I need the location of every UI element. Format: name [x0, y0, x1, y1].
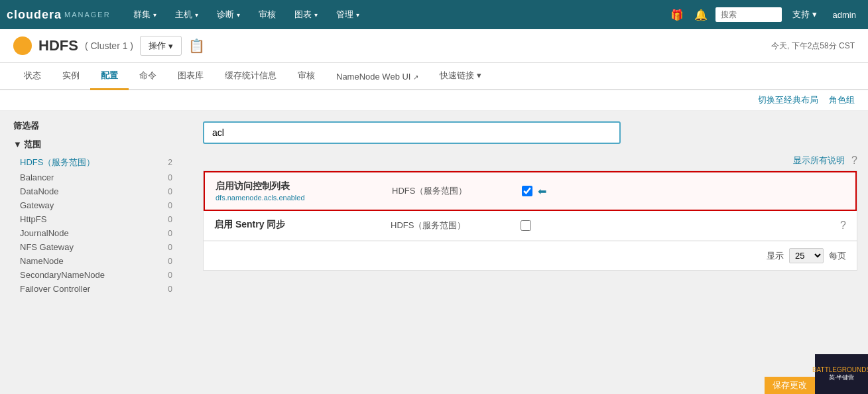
config-table: 启用访问控制列表 dfs.namenode.acls.enabled HDFS（… — [203, 170, 857, 271]
tab-charts[interactable]: 图表库 — [167, 63, 214, 90]
top-navigation: cloudera MANAGER 群集 ▾ 主机 ▾ 诊断 ▾ 审核 图表 ▾ … — [0, 0, 868, 29]
game-banner[interactable]: BATTLEGROUNDS 英·半键营 — [815, 354, 868, 376]
global-search-input[interactable] — [715, 7, 782, 22]
document-icon[interactable]: 📋 — [188, 38, 205, 54]
chevron-down-icon: ▾ — [153, 11, 156, 19]
config-row-sentry-sync: 启用 Sentry 同步 HDFS（服务范围） ? — [204, 211, 857, 241]
help-icon-row2[interactable]: ? — [840, 220, 846, 231]
service-timestamp: 今天, 下午2点58分 CST — [771, 40, 855, 52]
chevron-down-icon: ▾ — [477, 70, 481, 80]
pagination-per-page-label: 每页 — [829, 250, 846, 262]
service-cluster: ( Cluster 1 ) — [85, 40, 133, 51]
pagination-show-label: 显示 — [767, 250, 784, 262]
reset-icon-1[interactable]: ⬅ — [538, 185, 546, 198]
tab-instances[interactable]: 实例 — [52, 63, 90, 90]
sidebar-item-hdfs-service[interactable]: HDFS（服务范围） 2 — [13, 155, 179, 170]
sidebar-item-balancer[interactable]: Balancer 0 — [13, 170, 179, 184]
pagination-bar: 显示 25 50 100 每页 — [204, 241, 857, 270]
sidebar-item-gateway[interactable]: Gateway 0 — [13, 198, 179, 212]
sidebar-item-journalnode[interactable]: JournalNode 0 — [13, 226, 179, 240]
external-link-icon: ↗ — [413, 74, 418, 81]
service-status-icon — [13, 36, 32, 55]
config-checkbox-1[interactable] — [522, 186, 532, 196]
config-key-1: dfs.namenode.acls.enabled — [216, 194, 381, 202]
config-value-1: ⬅ — [522, 185, 546, 198]
tab-commands[interactable]: 命令 — [129, 63, 167, 90]
config-area: 显示所有说明 ? 启用访问控制列表 dfs.namenode.acls.enab… — [192, 111, 868, 376]
support-menu[interactable]: 支持 ▾ — [787, 9, 822, 21]
chevron-down-icon: ▾ — [812, 9, 817, 19]
switch-classic-link[interactable]: 切换至经典布局 — [758, 94, 818, 106]
nav-audit[interactable]: 审核 — [249, 0, 285, 29]
nav-menu: 群集 ▾ 主机 ▾ 诊断 ▾ 审核 图表 ▾ 管理 ▾ — [124, 0, 668, 29]
tabs-bar: 状态 实例 配置 命令 图表库 缓存统计信息 审核 NameNode Web U… — [0, 63, 868, 90]
sidebar-item-nfs-gateway[interactable]: NFS Gateway 0 — [13, 240, 179, 254]
sidebar-item-secondary-namenode[interactable]: SecondaryNameNode 0 — [13, 268, 179, 282]
chevron-down-icon: ▾ — [195, 11, 198, 19]
config-row-acls-enabled: 启用访问控制列表 dfs.namenode.acls.enabled HDFS（… — [204, 171, 857, 211]
nav-charts[interactable]: 图表 ▾ — [285, 0, 327, 29]
logo-area: cloudera MANAGER — [7, 8, 111, 22]
chevron-down-icon: ▾ — [168, 41, 173, 51]
config-scope-1: HDFS（服务范围） — [392, 185, 511, 197]
nav-host[interactable]: 主机 ▾ — [166, 0, 208, 29]
nav-cluster[interactable]: 群集 ▾ — [124, 0, 166, 29]
game-banner-subtext: 英·半键营 — [829, 373, 855, 376]
config-row-left-2: 启用 Sentry 同步 — [214, 219, 380, 232]
config-name-2: 启用 Sentry 同步 — [214, 219, 380, 231]
search-wrapper — [203, 121, 857, 144]
config-name-1: 启用访问控制列表 — [216, 180, 381, 192]
bell-icon[interactable]: 🔔 — [692, 6, 710, 24]
service-action-button[interactable]: 操作 ▾ — [140, 36, 182, 56]
sidebar-item-datanode[interactable]: DataNode 0 — [13, 184, 179, 198]
config-value-2 — [521, 220, 531, 231]
show-all-descriptions-link[interactable]: 显示所有说明 — [793, 155, 845, 166]
chevron-down-icon: ▾ — [314, 11, 318, 19]
config-checkbox-2[interactable] — [521, 220, 531, 231]
chevron-down-icon: ▾ — [356, 11, 359, 19]
logo-manager: MANAGER — [64, 11, 111, 19]
tab-audit[interactable]: 审核 — [287, 63, 326, 90]
sidebar-item-failover-controller[interactable]: Failover Controller 0 — [13, 282, 179, 296]
nav-diagnostic[interactable]: 诊断 ▾ — [208, 0, 249, 29]
sidebar-scope-section[interactable]: ▼ 范围 — [13, 139, 179, 151]
config-scope-2: HDFS（服务范围） — [391, 220, 510, 231]
config-search-input[interactable] — [203, 121, 621, 144]
game-banner-text: BATTLEGROUNDS — [812, 366, 868, 373]
admin-menu[interactable]: admin — [828, 10, 861, 20]
page-size-select[interactable]: 25 50 100 — [789, 248, 824, 263]
tab-namenode-ui[interactable]: NameNode Web UI ↗ — [326, 65, 429, 90]
config-row-left-1: 启用访问控制列表 dfs.namenode.acls.enabled — [216, 180, 381, 202]
nav-right: 🎁 🔔 支持 ▾ admin — [668, 6, 861, 24]
main-content: 筛选器 ▼ 范围 HDFS（服务范围） 2 Balancer 0 DataNod… — [0, 111, 868, 376]
nav-manage[interactable]: 管理 ▾ — [327, 0, 369, 29]
help-icon-global[interactable]: ? — [851, 155, 857, 166]
tab-config[interactable]: 配置 — [90, 63, 129, 90]
tab-cache[interactable]: 缓存统计信息 — [214, 63, 287, 90]
service-name: HDFS — [38, 37, 78, 54]
gift-icon[interactable]: 🎁 — [668, 6, 686, 24]
actions-bar: 切换至经典布局 角色组 — [0, 90, 868, 111]
sidebar-item-httpfs[interactable]: HttpFS 0 — [13, 212, 179, 226]
service-title: HDFS ( Cluster 1 ) 操作 ▾ 📋 — [13, 36, 205, 56]
chevron-down-icon: ▾ — [237, 11, 240, 19]
role-group-link[interactable]: 角色组 — [829, 94, 855, 106]
logo-cloudera: cloudera — [7, 8, 62, 22]
tab-quicklinks[interactable]: 快速链接 ▾ — [429, 63, 492, 90]
service-header: HDFS ( Cluster 1 ) 操作 ▾ 📋 今天, 下午2点58分 CS… — [0, 29, 868, 63]
sidebar: 筛选器 ▼ 范围 HDFS（服务范围） 2 Balancer 0 DataNod… — [0, 111, 192, 376]
sidebar-title: 筛选器 — [13, 120, 179, 132]
tab-status[interactable]: 状态 — [13, 63, 52, 90]
sidebar-item-namenode[interactable]: NameNode 0 — [13, 254, 179, 268]
